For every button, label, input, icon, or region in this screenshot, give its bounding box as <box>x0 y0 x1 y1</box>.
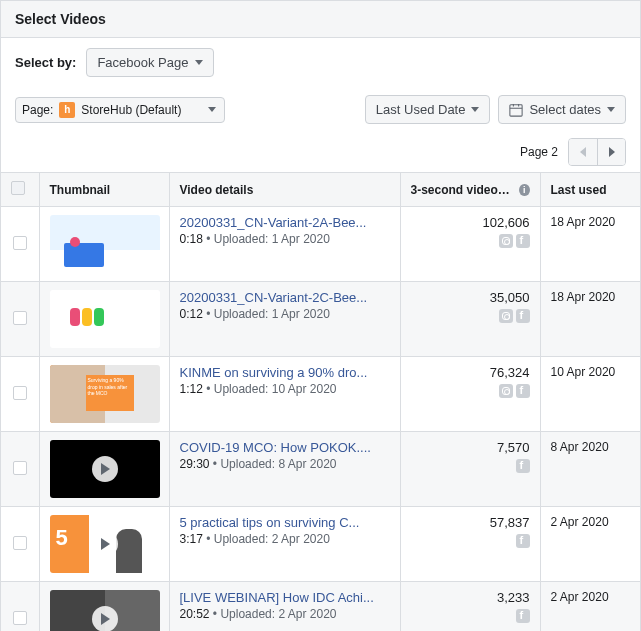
col-header-details: Video details <box>169 173 400 207</box>
row-checkbox[interactable] <box>13 611 27 625</box>
table-row[interactable]: Surviving a 90% drop in sales after the … <box>1 357 640 432</box>
select-videos-modal: Select Videos Select by: Facebook Page P… <box>0 0 641 631</box>
video-thumbnail[interactable]: Surviving a 90% drop in sales after the … <box>50 365 160 423</box>
row-checkbox[interactable] <box>13 386 27 400</box>
views-value: 102,606 <box>411 215 530 230</box>
facebook-icon <box>516 309 530 323</box>
video-title-link[interactable]: 5 practical tips on surviving C... <box>180 515 390 530</box>
col-header-checkbox <box>1 173 39 207</box>
filter-row: Page: h StoreHub (Default) Last Used Dat… <box>1 87 640 132</box>
chevron-right-icon <box>609 147 615 157</box>
chevron-left-icon <box>580 147 586 157</box>
modal-title: Select Videos <box>1 1 640 38</box>
views-value: 57,837 <box>411 515 530 530</box>
pager-prev-button[interactable] <box>569 139 597 165</box>
facebook-icon <box>516 459 530 473</box>
last-used-value: 18 Apr 2020 <box>540 282 640 357</box>
table-row[interactable]: 20200331_CN-Variant-2C-Bee... 0:12 • Upl… <box>1 282 640 357</box>
pager-next-button[interactable] <box>597 139 625 165</box>
video-title-link[interactable]: 20200331_CN-Variant-2A-Bee... <box>180 215 390 230</box>
instagram-icon <box>499 384 513 398</box>
video-thumbnail[interactable] <box>50 440 160 498</box>
calendar-icon <box>509 103 523 117</box>
platform-icons <box>411 459 530 473</box>
date-range-dropdown[interactable]: Select dates <box>498 95 626 124</box>
last-used-value: 18 Apr 2020 <box>540 207 640 282</box>
play-icon <box>92 456 118 482</box>
instagram-icon <box>499 309 513 323</box>
col-header-lastused: Last used <box>540 173 640 207</box>
video-meta: 20:52 • Uploaded: 2 Apr 2020 <box>180 607 390 621</box>
page-selector-dropdown[interactable]: Page: h StoreHub (Default) <box>15 97 225 123</box>
video-meta: 0:18 • Uploaded: 1 Apr 2020 <box>180 232 390 246</box>
row-checkbox[interactable] <box>13 461 27 475</box>
row-checkbox[interactable] <box>13 536 27 550</box>
table-row[interactable]: COVID-19 MCO: How POKOK.... 29:30 • Uplo… <box>1 432 640 507</box>
caret-down-icon <box>208 107 216 112</box>
platform-icons <box>411 534 530 548</box>
play-icon <box>92 531 118 557</box>
facebook-icon <box>516 384 530 398</box>
sort-label: Last Used Date <box>376 102 466 117</box>
select-by-toolbar: Select by: Facebook Page <box>1 38 640 87</box>
table-row[interactable]: 20200331_CN-Variant-2A-Bee... 0:18 • Upl… <box>1 207 640 282</box>
video-thumbnail[interactable] <box>50 290 160 348</box>
video-meta: 1:12 • Uploaded: 10 Apr 2020 <box>180 382 390 396</box>
last-used-value: 8 Apr 2020 <box>540 432 640 507</box>
row-checkbox[interactable] <box>13 311 27 325</box>
views-header-text: 3-second video vie… <box>411 183 514 197</box>
page-badge-icon: h <box>59 102 75 118</box>
select-by-value: Facebook Page <box>97 55 188 70</box>
pager-label: Page 2 <box>520 145 558 159</box>
sort-dropdown[interactable]: Last Used Date <box>365 95 491 124</box>
table-header-row: Thumbnail Video details 3-second video v… <box>1 173 640 207</box>
select-by-dropdown[interactable]: Facebook Page <box>86 48 213 77</box>
video-thumbnail[interactable]: 5 <box>50 515 160 573</box>
row-checkbox[interactable] <box>13 236 27 250</box>
table-row[interactable]: 5 5 practical tips on surviving C... 3:1… <box>1 507 640 582</box>
select-all-checkbox <box>11 181 25 195</box>
last-used-value: 2 Apr 2020 <box>540 582 640 632</box>
last-used-value: 2 Apr 2020 <box>540 507 640 582</box>
platform-icons <box>411 609 530 623</box>
page-label: Page: <box>22 103 53 117</box>
page-value: StoreHub (Default) <box>81 103 181 117</box>
facebook-icon <box>516 609 530 623</box>
facebook-icon <box>516 234 530 248</box>
views-value: 76,324 <box>411 365 530 380</box>
video-title-link[interactable]: [LIVE WEBINAR] How IDC Achi... <box>180 590 390 605</box>
video-title-link[interactable]: COVID-19 MCO: How POKOK.... <box>180 440 390 455</box>
video-meta: 0:12 • Uploaded: 1 Apr 2020 <box>180 307 390 321</box>
platform-icons <box>411 234 530 248</box>
caret-down-icon <box>607 107 615 112</box>
video-thumbnail[interactable] <box>50 215 160 273</box>
table-row[interactable]: [LIVE WEBINAR] How IDC Achi... 20:52 • U… <box>1 582 640 632</box>
caret-down-icon <box>195 60 203 65</box>
select-by-label: Select by: <box>15 55 76 70</box>
video-title-link[interactable]: KINME on surviving a 90% dro... <box>180 365 390 380</box>
col-header-views: 3-second video vie… i <box>400 173 540 207</box>
video-meta: 29:30 • Uploaded: 8 Apr 2020 <box>180 457 390 471</box>
views-value: 35,050 <box>411 290 530 305</box>
svg-rect-0 <box>510 104 522 115</box>
pager-buttons <box>568 138 626 166</box>
video-meta: 3:17 • Uploaded: 2 Apr 2020 <box>180 532 390 546</box>
pager: Page 2 <box>1 132 640 172</box>
video-thumbnail[interactable] <box>50 590 160 631</box>
videos-table: Thumbnail Video details 3-second video v… <box>1 172 640 631</box>
facebook-icon <box>516 534 530 548</box>
video-title-link[interactable]: 20200331_CN-Variant-2C-Bee... <box>180 290 390 305</box>
play-icon <box>92 606 118 631</box>
info-icon[interactable]: i <box>519 184 529 196</box>
caret-down-icon <box>471 107 479 112</box>
col-header-thumbnail: Thumbnail <box>39 173 169 207</box>
last-used-value: 10 Apr 2020 <box>540 357 640 432</box>
date-label: Select dates <box>529 102 601 117</box>
views-value: 3,233 <box>411 590 530 605</box>
platform-icons <box>411 384 530 398</box>
views-value: 7,570 <box>411 440 530 455</box>
instagram-icon <box>499 234 513 248</box>
right-filters: Last Used Date Select dates <box>365 95 626 124</box>
platform-icons <box>411 309 530 323</box>
